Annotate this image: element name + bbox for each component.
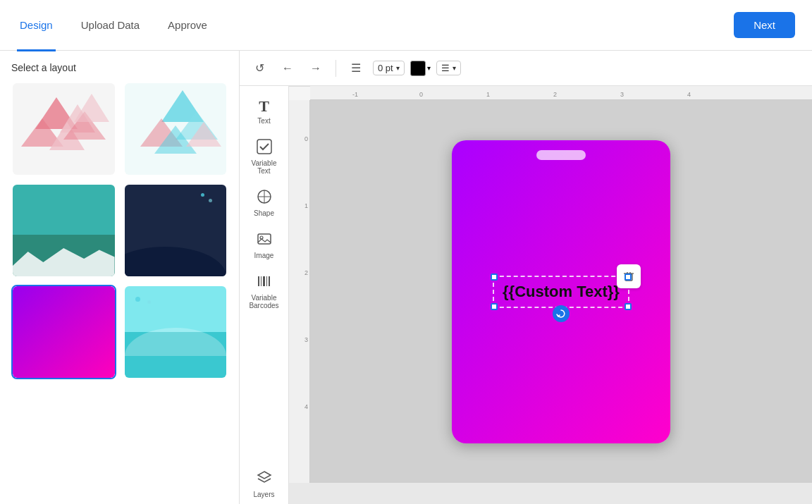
canvas-workspace[interactable]: -1 0 1 2 3 4 0 1 2 3 4 xyxy=(289,86,812,504)
svg-rect-15 xyxy=(258,234,271,244)
header-tabs: Design Upload Data Approve xyxy=(17,0,734,51)
tool-variable-text[interactable]: VariableText xyxy=(243,133,285,180)
layout-grid xyxy=(11,82,228,379)
svg-rect-11 xyxy=(257,140,271,154)
svg-rect-21 xyxy=(269,276,270,286)
tool-text[interactable]: T Text xyxy=(243,92,285,130)
shape-icon xyxy=(257,189,272,208)
rotate-icon xyxy=(556,309,566,319)
barcode-svg-icon xyxy=(257,273,272,289)
color-chevron-icon: ▾ xyxy=(427,64,431,72)
align-icon: ☰ xyxy=(441,63,450,73)
text-icon: T xyxy=(259,97,269,116)
layout-item-teal-mountains[interactable] xyxy=(11,183,116,278)
chevron-down-icon: ▾ xyxy=(396,64,400,72)
undo-button[interactable]: ← xyxy=(276,57,299,80)
ruler-mark-1: 1 xyxy=(486,91,490,98)
checkmark-icon xyxy=(257,139,272,154)
svg-rect-18 xyxy=(261,276,262,286)
tool-variable-barcodes[interactable]: VariableBarcodes xyxy=(243,268,285,315)
ruler-mark-neg1: -1 xyxy=(352,91,358,98)
barcode-icon xyxy=(257,273,272,293)
layout-item-triangles-teal[interactable] xyxy=(123,82,228,176)
menu-button[interactable]: ☰ xyxy=(345,57,367,80)
next-button[interactable]: Next xyxy=(734,12,795,38)
tool-shape-label: Shape xyxy=(254,209,274,217)
layout-sidebar-title: Select a layout xyxy=(11,62,228,73)
resize-handle-tl[interactable] xyxy=(491,273,498,281)
resize-handle-tr[interactable] xyxy=(625,273,632,281)
layout-item-dark-wave[interactable] xyxy=(123,183,228,278)
pt-value: 0 pt xyxy=(378,63,393,73)
tool-variable-text-label: VariableText xyxy=(252,159,277,175)
shape-svg-icon xyxy=(257,189,272,204)
card-handle xyxy=(536,150,586,160)
image-icon xyxy=(257,231,272,250)
ruler-left-1: 1 xyxy=(304,202,308,209)
tool-layers[interactable]: Layers xyxy=(243,465,285,504)
resize-handle-bl[interactable] xyxy=(491,303,498,310)
svg-rect-19 xyxy=(263,276,265,286)
variable-text-icon xyxy=(257,139,272,158)
text-element[interactable]: {{Custom Text}} xyxy=(493,276,629,308)
redo-button[interactable]: → xyxy=(304,57,327,80)
tool-barcodes-label: VariableBarcodes xyxy=(249,294,278,309)
ruler-left: 0 1 2 3 4 xyxy=(289,100,310,483)
align-chevron-icon: ▾ xyxy=(453,64,456,72)
history-button[interactable]: ↺ xyxy=(248,57,271,80)
ruler-mark-3: 3 xyxy=(620,91,624,98)
header: Design Upload Data Approve Next xyxy=(0,0,812,51)
layers-svg-icon xyxy=(257,470,272,486)
ruler-mark-0: 0 xyxy=(419,91,423,98)
tool-strip: T Text VariableText xyxy=(240,86,289,504)
ruler-mark-2: 2 xyxy=(553,91,557,98)
layout-item-aqua-wave[interactable] xyxy=(123,285,228,379)
canvas-content[interactable]: {{Custom Text}} xyxy=(310,100,812,483)
tab-upload-data[interactable]: Upload Data xyxy=(78,1,142,51)
layout-item-purple-gradient[interactable] xyxy=(11,285,116,379)
canvas-area: ↺ ← → ☰ 0 pt ▾ ▾ ☰ ▾ T xyxy=(240,51,812,504)
svg-marker-22 xyxy=(258,472,271,479)
image-svg-icon xyxy=(257,231,272,247)
ruler-left-4: 4 xyxy=(304,403,308,410)
layers-icon xyxy=(257,470,272,489)
pt-select[interactable]: 0 pt ▾ xyxy=(373,61,405,75)
tool-image[interactable]: Image xyxy=(243,226,285,265)
main-area: Select a layout xyxy=(0,51,812,504)
triangles-teal-svg xyxy=(126,83,225,175)
svg-rect-17 xyxy=(258,276,259,286)
tab-approve[interactable]: Approve xyxy=(165,1,210,51)
rotate-handle[interactable] xyxy=(553,305,570,322)
toolbar-divider-1 xyxy=(336,60,336,77)
color-swatch[interactable] xyxy=(410,61,426,76)
tool-image-label: Image xyxy=(254,252,274,259)
color-picker[interactable]: ▾ xyxy=(410,61,431,76)
resize-handle-br[interactable] xyxy=(625,303,632,310)
ruler-left-0: 0 xyxy=(304,135,308,142)
ruler-left-3: 3 xyxy=(304,336,308,343)
tool-layers-label: Layers xyxy=(253,491,274,498)
ruler-top: -1 0 1 2 3 4 xyxy=(310,86,812,100)
tool-shape[interactable]: Shape xyxy=(243,183,285,223)
align-button[interactable]: ☰ ▾ xyxy=(436,61,461,75)
canvas-paper[interactable]: {{Custom Text}} xyxy=(452,140,670,443)
top-toolbar: ↺ ← → ☰ 0 pt ▾ ▾ ☰ ▾ xyxy=(240,51,812,86)
tool-text-label: Text xyxy=(257,117,270,125)
triangles-pink-svg xyxy=(14,83,113,175)
layout-item-triangles-pink[interactable] xyxy=(11,82,116,176)
layout-sidebar: Select a layout xyxy=(0,51,240,504)
svg-rect-20 xyxy=(266,276,267,286)
ruler-left-2: 2 xyxy=(304,269,308,276)
text-element-content: {{Custom Text}} xyxy=(503,283,620,301)
tab-design[interactable]: Design xyxy=(17,1,56,51)
design-panel: T Text VariableText xyxy=(240,86,812,504)
ruler-mark-4: 4 xyxy=(687,91,691,98)
